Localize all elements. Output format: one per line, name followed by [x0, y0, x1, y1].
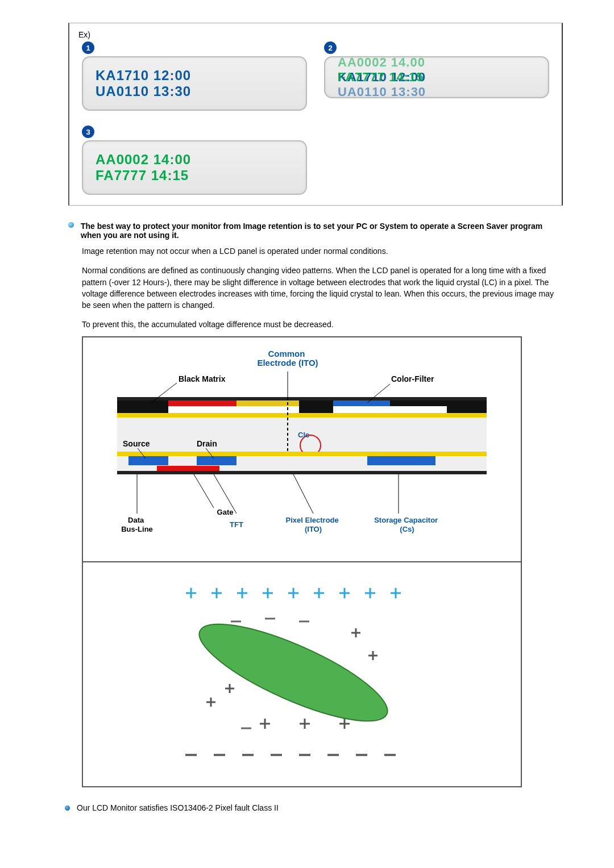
- label-drain: Drain: [197, 439, 217, 448]
- label-tft: TFT: [230, 520, 243, 529]
- svg-rect-19: [157, 466, 219, 471]
- label-color-filter: Color-Filter: [391, 374, 434, 383]
- example-label: Ex): [78, 30, 555, 39]
- footer-text: Our LCD Monitor satisfies ISO13406-2 Pix…: [77, 803, 279, 812]
- svg-rect-20: [117, 471, 487, 474]
- label-source: Source: [123, 439, 150, 448]
- label-clc: Clc: [298, 431, 309, 439]
- example-panel-2: 2 AA0002 14.00 KA1710 12:00 FA7777 14:15…: [324, 41, 549, 111]
- section-title: The best way to protect your monitor fro…: [68, 222, 563, 240]
- svg-rect-5: [447, 400, 487, 413]
- svg-rect-18: [367, 456, 435, 465]
- panel1-line2: UA0110 13:30: [96, 84, 293, 99]
- example-panel-3: 3 AA0002 14:00 FA7777 14:15: [82, 126, 307, 195]
- body-para-3: To prevent this, the accumulated voltage…: [82, 319, 563, 330]
- top-plus-row: [186, 588, 401, 598]
- label-gate: Gate: [217, 508, 234, 516]
- body-para-2: Normal conditions are defined as continu…: [82, 265, 563, 311]
- svg-rect-2: [117, 397, 487, 400]
- svg-rect-9: [390, 400, 447, 406]
- panel1-line1: KA1710 12:00: [96, 68, 293, 84]
- lower-plus-row: [260, 719, 350, 729]
- svg-rect-3: [117, 400, 168, 413]
- lcd-diagram: Common Electrode (ITO) Black Matrix Colo…: [82, 336, 522, 787]
- label-data-bus-line: Data Bus-Line: [121, 516, 153, 533]
- svg-rect-16: [128, 456, 168, 465]
- svg-rect-8: [333, 400, 390, 406]
- label-common-electrode: Common Electrode (ITO): [257, 349, 318, 368]
- panel2-ghost-bottom: UA0110 13:30: [338, 85, 536, 98]
- bullet-icon: [65, 806, 70, 811]
- panel2-mix-line: KA1710 12:00 FA7777 14:15: [338, 70, 536, 85]
- label-pixel-electrode: Pixel Electrode (ITO): [286, 516, 341, 533]
- body-para-1: Image retention may not occur when a LCD…: [82, 245, 563, 257]
- svg-rect-6: [168, 400, 237, 406]
- section-title-text: The best way to protect your monitor fro…: [81, 222, 563, 240]
- panel3-line2: FA7777 14:15: [96, 168, 293, 183]
- svg-line-27: [194, 474, 214, 508]
- panel2-ghost-top: AA0002 14.00: [338, 56, 536, 70]
- svg-rect-17: [197, 456, 237, 465]
- example-panel-1: 1 KA1710 12:00 UA0110 13:30: [82, 41, 307, 111]
- panel-number-3: 3: [82, 126, 94, 138]
- bullet-icon: [68, 222, 74, 228]
- panel3-line1: AA0002 14:00: [96, 152, 293, 168]
- panel-number-2: 2: [324, 41, 337, 54]
- label-storage-capacitor: Storage Capacitor (Cs): [374, 516, 440, 533]
- svg-rect-14: [117, 452, 487, 456]
- footer-line: Our LCD Monitor satisfies ISO13406-2 Pix…: [65, 803, 563, 812]
- svg-rect-10: [117, 413, 487, 418]
- label-black-matrix: Black Matrix: [179, 374, 226, 383]
- panel-number-1: 1: [82, 41, 94, 54]
- svg-rect-4: [299, 400, 333, 413]
- svg-line-29: [293, 474, 313, 514]
- display-panel-3: AA0002 14:00 FA7777 14:15: [82, 140, 307, 195]
- panel2-mix-green: FA7777 14:15: [338, 70, 424, 85]
- svg-rect-7: [237, 400, 299, 406]
- liquid-crystal-icon: [189, 606, 398, 739]
- example-box: Ex) 1 KA1710 12:00 UA0110 13:30 2 AA0002…: [68, 23, 563, 206]
- display-panel-2-ghost: AA0002 14.00 KA1710 12:00 FA7777 14:15 U…: [324, 56, 549, 98]
- display-panel-1: KA1710 12:00 UA0110 13:30: [82, 56, 307, 111]
- upper-minus-row: [231, 619, 309, 621]
